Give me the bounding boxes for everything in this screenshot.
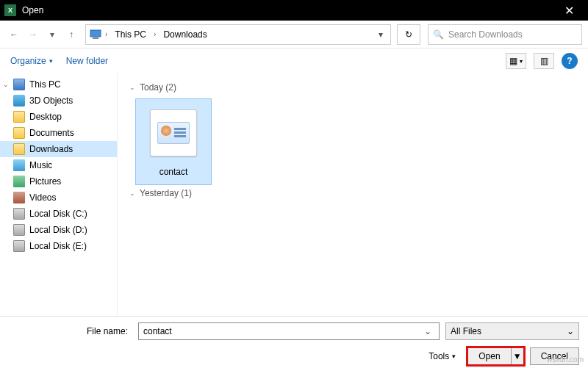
file-name-dropdown-icon[interactable]: ⌄ (421, 326, 434, 336)
chevron-down-icon[interactable]: ⌄ (3, 81, 9, 88)
new-folder-button[interactable]: New folder (66, 56, 108, 66)
contact-file-icon (150, 109, 197, 156)
thumbnails-icon: ▦ (509, 56, 517, 66)
address-dropdown-icon[interactable]: ▾ (374, 29, 387, 40)
sidebar-item-downloads[interactable]: Downloads (0, 141, 117, 157)
group-header[interactable]: ⌄Yesterday (1) (129, 188, 576, 198)
pc-icon (13, 79, 25, 90)
open-dropdown-button[interactable]: ▼ (511, 347, 524, 365)
help-button[interactable]: ? (562, 53, 578, 69)
chevron-down-icon: ⌄ (129, 84, 135, 91)
sidebar-item-desktop[interactable]: Desktop (0, 109, 117, 125)
file-name-label: File name: (9, 326, 132, 336)
sidebar-item-label: Local Disk (C:) (29, 209, 87, 219)
organize-button[interactable]: Organize ▾ (10, 56, 53, 66)
sidebar-item-pictures[interactable]: Pictures (0, 173, 117, 190)
sidebar-item-videos[interactable]: Videos (0, 190, 117, 206)
close-button[interactable]: ✕ (554, 4, 584, 18)
forward-button[interactable]: → (25, 26, 41, 43)
sidebar-item-label: Videos (29, 192, 56, 203)
sidebar-item-documents[interactable]: Documents (0, 125, 117, 141)
sidebar-item-local-disk-d-[interactable]: Local Disk (D:) (0, 222, 117, 238)
refresh-button[interactable]: ↻ (397, 24, 420, 45)
folder-icon (13, 111, 25, 123)
sidebar-item-label: Documents (29, 128, 74, 138)
search-icon: 🔍 (433, 29, 444, 40)
navigation-bar: ← → ▾ ↑ › This PC › Downloads ▾ ↻ 🔍 (0, 21, 588, 48)
sidebar-item-local-disk-c-[interactable]: Local Disk (C:) (0, 206, 117, 222)
svg-rect-0 (90, 30, 101, 37)
folder-icon (13, 127, 25, 139)
music-icon (13, 159, 25, 171)
file-name-label: contact (159, 167, 188, 177)
file-list[interactable]: ⌄Today (2)contact⌄Yesterday (1) (118, 73, 588, 316)
sidebar-item-label: Downloads (29, 144, 73, 154)
bottom-panel: File name: ⌄ All Files ⌄ Tools ▾ Open ▼ … (0, 316, 588, 368)
chevron-right-icon[interactable]: › (104, 30, 109, 38)
sidebar-item-this-pc[interactable]: ⌄This PC (0, 76, 117, 93)
chevron-down-icon: ▾ (520, 58, 523, 65)
watermark: wsxdn.com (547, 356, 584, 364)
recent-locations-button[interactable]: ▾ (44, 26, 60, 43)
toolbar: Organize ▾ New folder ▦ ▾ ▥ ? (0, 48, 588, 73)
open-split-button: Open ▼ (467, 347, 523, 365)
pic-icon (13, 176, 25, 187)
chevron-down-icon: ▾ (452, 353, 456, 360)
address-bar[interactable]: › This PC › Downloads ▾ (85, 24, 391, 45)
main-area: ⌄This PC3D ObjectsDesktopDocumentsDownlo… (0, 73, 588, 316)
sidebar-item-label: Local Disk (D:) (29, 225, 87, 235)
sidebar-item-music[interactable]: Music (0, 157, 117, 173)
chevron-down-icon: ⌄ (129, 190, 135, 197)
group-label: Today (2) (140, 82, 176, 93)
chevron-right-icon[interactable]: › (152, 30, 157, 38)
sidebar-item-local-disk-e-[interactable]: Local Disk (E:) (0, 238, 117, 254)
file-tile-contact[interactable]: contact (135, 98, 212, 185)
disk-icon (13, 240, 25, 252)
sidebar-item-label: 3D Objects (29, 95, 73, 106)
file-grid: contact (135, 98, 576, 185)
group-label: Yesterday (1) (140, 188, 192, 198)
disk-icon (13, 224, 25, 236)
title-bar: X Open ✕ (0, 0, 588, 21)
breadcrumb-downloads[interactable]: Downloads (159, 28, 211, 41)
up-button[interactable]: ↑ (63, 26, 79, 43)
sidebar-item-label: Local Disk (E:) (29, 241, 87, 251)
search-input[interactable] (448, 29, 577, 40)
chevron-down-icon: ▾ (49, 57, 53, 65)
organize-label: Organize (10, 56, 46, 66)
sidebar-item-label: Desktop (29, 112, 62, 122)
sidebar-item-label: Pictures (29, 176, 61, 187)
disk-icon (13, 208, 25, 220)
excel-icon: X (4, 4, 16, 16)
search-box[interactable]: 🔍 (428, 24, 582, 45)
vid-icon (13, 192, 25, 203)
file-type-filter[interactable]: All Files ⌄ (445, 322, 579, 340)
file-type-filter-label: All Files (451, 326, 481, 336)
breadcrumb-this-pc[interactable]: This PC (110, 28, 151, 41)
preview-pane-button[interactable]: ▥ (534, 53, 554, 69)
chevron-down-icon: ⌄ (567, 326, 574, 336)
folder-icon (13, 143, 25, 155)
preview-pane-icon: ▥ (540, 56, 548, 66)
sidebar-item-label: Music (29, 160, 52, 170)
back-button[interactable]: ← (6, 26, 22, 43)
group-header[interactable]: ⌄Today (2) (129, 82, 576, 93)
sidebar-item-label: This PC (29, 79, 61, 90)
obj3d-icon (13, 95, 25, 107)
open-button[interactable]: Open (467, 347, 510, 365)
tools-label: Tools (429, 351, 449, 361)
view-mode-button[interactable]: ▦ ▾ (506, 53, 526, 69)
svg-rect-1 (93, 37, 98, 39)
sidebar-item-3d-objects[interactable]: 3D Objects (0, 93, 117, 109)
dialog-title: Open (22, 5, 554, 15)
file-name-combo[interactable]: ⌄ (138, 322, 440, 340)
tools-button[interactable]: Tools ▾ (429, 351, 456, 361)
pc-icon (89, 28, 102, 41)
sidebar: ⌄This PC3D ObjectsDesktopDocumentsDownlo… (0, 73, 118, 316)
file-name-input[interactable] (143, 326, 421, 336)
